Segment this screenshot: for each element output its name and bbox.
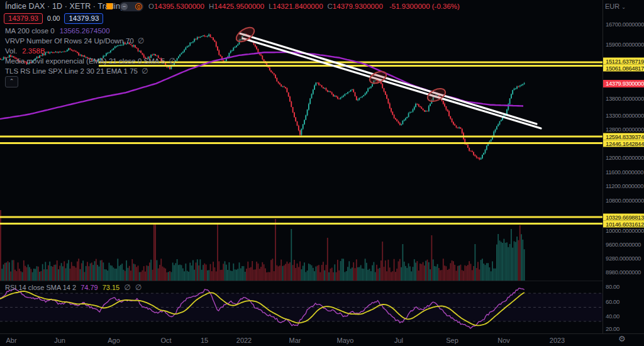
ohlc-value: 14379.9300000 [333, 3, 383, 10]
price-tick: 15900.0000000 [606, 41, 644, 48]
time-tick: Mayo [337, 337, 354, 344]
eye-off-icon[interactable]: ∅ [124, 284, 130, 291]
eye-off-icon[interactable]: ∅ [142, 67, 148, 75]
time-axis[interactable]: AbrJunAgoOct152022MarMayoJulSepNov2023 [0, 333, 644, 346]
collapse-legend-button[interactable]: ⌃ [5, 76, 18, 87]
minus-icon[interactable]: − [121, 3, 128, 10]
legend-row[interactable]: VRVP Number Of Rows 24 Up/Down 70∅ [5, 36, 144, 45]
ohlc-letter: H [209, 3, 214, 10]
tradingview-chart-window: Índice DAX · 1D · XETR · TradingView − 0… [0, 0, 644, 346]
legend-row[interactable]: MA 200 close 013565.2674500 [5, 26, 110, 35]
price-axis[interactable]: 16700.000000015900.000000015121.63787191… [602, 0, 644, 333]
rsi-label: RSI 14 close SMA 14 2 [5, 284, 76, 291]
legend-label: MA 200 close 0 [5, 27, 55, 35]
level-price-label: 12594.8339374 [603, 133, 644, 140]
ohlc-value: 14395.5300000 [154, 3, 204, 10]
ohlc-value: 14425.9500000 [214, 3, 264, 10]
flag-icon[interactable] [105, 3, 113, 10]
change-value: -51.9300000 (-0.36%) [389, 3, 460, 10]
time-tick: 2023 [550, 337, 565, 344]
price-tick: 13800.0000000 [606, 95, 644, 102]
legend-label: Vol. [5, 47, 17, 55]
time-tick: 2022 [236, 337, 252, 344]
price-tick: 60.00 [606, 298, 619, 305]
price-tick: 9280.0000000 [606, 255, 641, 262]
level-price-label: 10329.6698813 [603, 214, 644, 221]
legend-label: TLS RS Line SPX Line 2 30 21 EMA 1 75 [5, 67, 138, 75]
ohlc-letter: L [269, 3, 272, 10]
price-tick: 80.00 [606, 283, 619, 290]
gear-icon[interactable]: ⚙ [618, 334, 626, 343]
price-tick: 12000.0000000 [606, 154, 644, 161]
ask-badge[interactable]: 14379.93 [64, 13, 103, 24]
legend-row[interactable]: Vol.2.358B [5, 46, 45, 55]
legend-row[interactable]: TLS RS Line SPX Line 2 30 21 EMA 1 75∅ [5, 66, 148, 75]
time-tick: Sep [446, 337, 458, 344]
price-tick: 13300.0000000 [606, 112, 644, 119]
ohlc-value: 14321.8400000 [273, 3, 323, 10]
spread-value: 0.00 [47, 14, 60, 22]
price-tick: 11200.0000000 [606, 182, 643, 189]
time-tick: Abr [6, 337, 16, 344]
legend-row[interactable]: Media móvil exponencial (EMA) 21 close 0… [5, 56, 175, 65]
quote-badges: 14379.93 0.00 14379.93 [4, 13, 103, 23]
bid-badge[interactable]: 14379.93 [4, 13, 43, 24]
time-tick: 15 [201, 337, 208, 344]
ohlc-letter: O [148, 3, 154, 10]
time-tick: Mar [289, 337, 301, 344]
caret-down-icon: ⌄ [621, 4, 626, 10]
price-tick: 16700.0000000 [606, 21, 644, 28]
price-tick: 12800.0000000 [606, 126, 644, 133]
counter-badge: 0 [135, 3, 142, 10]
rsi-legend[interactable]: RSI 14 close SMA 14 2 74.79 73.15 ∅ ∅ [5, 284, 142, 291]
alerts-counter[interactable]: − 0 [119, 2, 143, 11]
time-tick: Jul [394, 337, 403, 344]
currency-label: EUR [605, 3, 619, 10]
eye-off-icon[interactable]: ∅ [138, 37, 144, 45]
pane-separator[interactable] [0, 281, 602, 281]
price-tick: 40.00 [606, 313, 619, 320]
level-price-label: 15121.6378719 [603, 58, 644, 65]
currency-selector[interactable]: EUR ⌄ [605, 3, 626, 10]
legend-label: VRVP Number Of Rows 24 Up/Down 70 [5, 37, 134, 45]
ohlc-letter: C [328, 3, 333, 10]
time-tick: Ago [108, 337, 120, 344]
price-tick: 11600.0000000 [606, 169, 643, 176]
eye-off-icon[interactable]: ∅ [169, 57, 175, 65]
level-price-label: 12446.1642844 [603, 140, 644, 147]
level-price-label: 15061.0864817 [603, 65, 644, 72]
price-tick: 8980.0000000 [606, 269, 641, 276]
ohlc-readout: O14395.5300000H14425.9500000L14321.84000… [148, 3, 460, 10]
last-price-label: 14379.9300000 [603, 80, 644, 87]
rsi-sma-value: 73.15 [103, 284, 120, 291]
price-tick: 20.00 [606, 325, 619, 332]
price-tick: 10000.0000000 [606, 227, 644, 234]
rsi-value: 74.79 [80, 284, 98, 291]
legend-value: 2.358B [22, 47, 45, 55]
time-tick: Oct [160, 337, 171, 344]
price-tick: 10800.0000000 [606, 197, 644, 204]
eye-off-icon[interactable]: ∅ [135, 284, 142, 291]
time-tick: Nov [497, 337, 510, 344]
legend-value: 13565.2674500 [60, 27, 110, 35]
legend-label: Media móvil exponencial (EMA) 21 close 0… [5, 57, 165, 65]
time-tick: Jun [54, 337, 65, 344]
price-tick: 9600.0000000 [606, 241, 641, 248]
